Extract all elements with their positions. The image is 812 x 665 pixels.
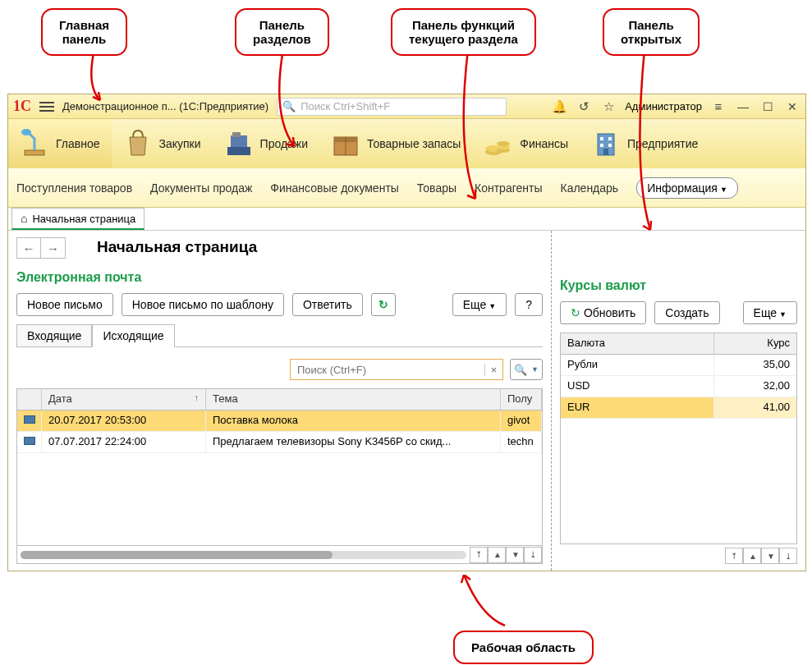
rates-grid: Валюта Курс Рубли 35,00 USD 32,00 EUR 41… [560, 332, 797, 544]
minimize-button[interactable]: — [735, 100, 751, 113]
svg-rect-14 [600, 137, 603, 140]
col-icon[interactable] [17, 389, 42, 410]
refresh-button[interactable]: ↻ [371, 293, 396, 316]
horizontal-scrollbar[interactable] [17, 551, 470, 559]
grid-nav-first[interactable]: ⤒ [725, 548, 743, 564]
chevron-down-icon: ▼ [779, 310, 787, 319]
callout-open-panel: Панель открытых [603, 8, 700, 56]
mail-icon [24, 415, 35, 424]
grid-nav-down[interactable]: ▼ [761, 548, 779, 564]
mail-row[interactable]: 20.07.2017 20:53:00 Поставка молока givo… [17, 410, 542, 432]
rate-row[interactable]: Рубли 35,00 [561, 355, 796, 376]
svg-rect-2 [227, 147, 250, 155]
reply-button[interactable]: Ответить [292, 293, 363, 316]
section-label: Закупки [159, 137, 201, 150]
maximize-button[interactable]: ☐ [759, 100, 776, 113]
callout-functions-panel: Панель функций текущего раздела [391, 8, 536, 56]
grid-nav-last[interactable]: ⤓ [779, 548, 797, 564]
bell-icon[interactable]: 🔔 [551, 99, 567, 114]
history-icon[interactable]: ↺ [576, 99, 592, 114]
new-mail-template-button[interactable]: Новое письмо по шаблону [122, 293, 284, 316]
refresh-icon: ↻ [378, 298, 388, 311]
create-rate-button[interactable]: Создать [654, 301, 719, 324]
more-button[interactable]: Еще▼ [452, 293, 507, 316]
section-stock[interactable]: Товарные запасы [319, 119, 472, 168]
functions-panel: Поступления товаров Документы продаж Фин… [8, 168, 805, 208]
svg-rect-15 [608, 137, 612, 140]
svg-point-12 [497, 141, 510, 146]
mail-search-field[interactable] [291, 364, 484, 376]
work-area: ← → Начальная страница Электронная почта… [8, 231, 805, 571]
fn-finance-docs[interactable]: Финансовые документы [270, 181, 399, 195]
search-button[interactable]: 🔍▼ [510, 359, 543, 380]
svg-rect-16 [600, 144, 603, 147]
refresh-rates-button[interactable]: ↻ Обновить [560, 301, 646, 324]
home-icon: ⌂ [21, 212, 27, 225]
rates-more-button[interactable]: Еще▼ [743, 301, 797, 324]
mail-search-input[interactable]: × [290, 359, 503, 380]
callout-sections-panel: Панель разделов [235, 8, 329, 56]
bag-icon [123, 129, 153, 158]
grid-nav-up[interactable]: ▲ [743, 548, 761, 564]
svg-rect-17 [608, 144, 612, 147]
sections-panel: Главное Закупки Продажи Товарные запасы … [8, 119, 805, 168]
cash-register-icon [224, 129, 254, 158]
col-rate[interactable]: Курс [714, 333, 796, 354]
grid-nav-first[interactable]: ⤒ [470, 547, 488, 563]
fn-sales-docs[interactable]: Документы продаж [150, 181, 252, 195]
col-subject[interactable]: Тема [206, 389, 501, 410]
mail-icon [24, 437, 35, 445]
mail-row[interactable]: 07.07.2017 22:24:00 Предлагаем телевизор… [17, 432, 542, 453]
section-label: Главное [56, 137, 100, 150]
menu-button[interactable] [39, 102, 54, 112]
rates-panel-title: Курсы валют [560, 278, 797, 293]
tab-outbox[interactable]: Исходящие [92, 324, 174, 347]
application-window: 1C Демонстрационное п... (1С:Предприятие… [7, 94, 806, 571]
rate-row[interactable]: USD 32,00 [561, 376, 796, 397]
email-panel-title: Электронная почта [16, 270, 543, 285]
chevron-down-icon: ▼ [531, 365, 539, 374]
star-icon[interactable]: ☆ [600, 99, 617, 114]
clear-search-button[interactable]: × [484, 364, 502, 376]
help-button[interactable]: ? [515, 293, 543, 316]
section-home[interactable]: Главное [8, 119, 112, 168]
settings-icon[interactable]: ≡ [710, 99, 727, 113]
section-purchases[interactable]: Закупки [112, 119, 213, 168]
svg-rect-18 [603, 149, 608, 155]
grid-nav-up[interactable]: ▲ [488, 547, 506, 563]
search-icon: 🔍 [514, 364, 527, 376]
nav-forward-button[interactable]: → [41, 237, 66, 259]
chevron-down-icon: ▼ [720, 186, 727, 194]
close-button[interactable]: ✕ [784, 100, 801, 113]
tab-start-page[interactable]: ⌂ Начальная страница [11, 208, 145, 230]
tab-inbox[interactable]: Входящие [16, 324, 92, 346]
chevron-down-icon: ▼ [489, 302, 496, 310]
col-recipient[interactable]: Полу [501, 389, 542, 410]
fn-calendar[interactable]: Календарь [560, 181, 618, 195]
section-label: Товарные запасы [367, 137, 461, 150]
nav-back-button[interactable]: ← [16, 237, 41, 259]
box-icon [331, 129, 360, 158]
col-date[interactable]: Дата↑ [42, 389, 206, 410]
building-icon [591, 129, 621, 158]
logo-1c: 1C [13, 98, 31, 115]
rate-row[interactable]: EUR 41,00 [561, 397, 796, 419]
section-label: Финансы [520, 137, 568, 150]
svg-rect-0 [25, 150, 44, 155]
page-title: Начальная страница [97, 238, 257, 256]
svg-rect-3 [231, 135, 247, 147]
grid-nav-down[interactable]: ▼ [506, 547, 524, 563]
sort-asc-icon: ↑ [195, 392, 200, 406]
refresh-icon: ↻ [571, 306, 580, 319]
new-mail-button[interactable]: Новое письмо [16, 293, 113, 316]
tab-label: Начальная страница [32, 213, 135, 225]
svg-rect-4 [232, 132, 241, 137]
col-currency[interactable]: Валюта [561, 333, 714, 354]
mail-grid: Дата↑ Тема Полу 20.07.2017 20:53:00 Пост… [16, 388, 543, 564]
grid-nav-last[interactable]: ⤓ [524, 547, 542, 563]
desk-lamp-icon [20, 129, 49, 158]
svg-point-1 [21, 129, 31, 135]
fn-goods[interactable]: Товары [417, 181, 456, 195]
callout-main-panel: Главная панель [41, 8, 127, 56]
fn-receipts[interactable]: Поступления товаров [16, 181, 132, 195]
